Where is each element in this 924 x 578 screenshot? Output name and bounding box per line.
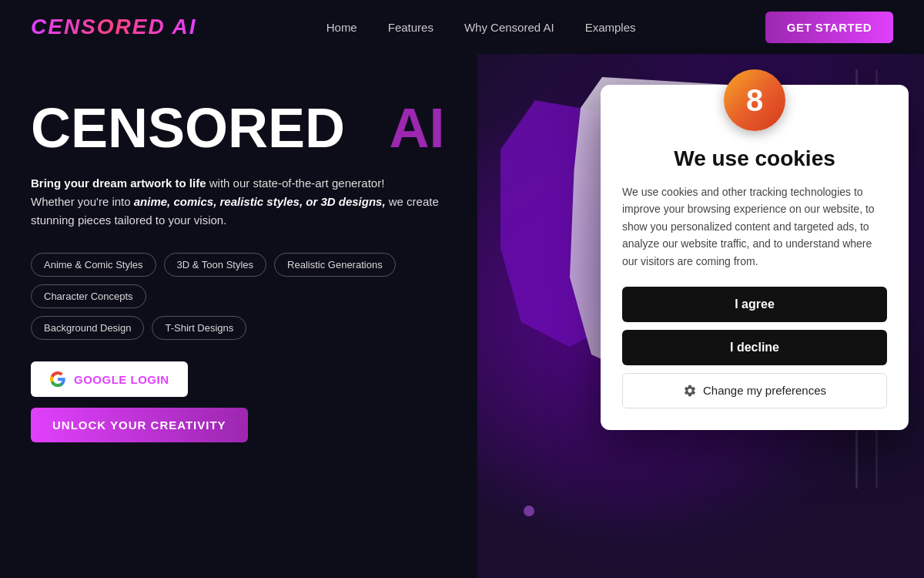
nav-links: Home Features Why Censored AI Examples: [326, 21, 636, 34]
google-icon: [49, 371, 66, 388]
tag-background[interactable]: Background Design: [31, 316, 144, 340]
tags-row-2: Background Design T-Shirt Designs: [31, 316, 447, 340]
nav-why[interactable]: Why Censored AI: [464, 21, 554, 34]
google-login-button[interactable]: GOOGLE LOGIN: [31, 361, 188, 397]
tag-3d[interactable]: 3D & Toon Styles: [164, 253, 266, 277]
hero-title-censored: CENSORED: [31, 97, 345, 159]
nav-features[interactable]: Features: [388, 21, 434, 34]
buttons-area: GOOGLE LOGIN UNLOCK YOUR CREATIVITY: [31, 361, 447, 442]
hero-subtitle: Bring your dream artwork to life with ou…: [31, 174, 447, 230]
tag-character[interactable]: Character Concepts: [31, 284, 146, 308]
navbar: CENSORED AI Home Features Why Censored A…: [0, 0, 924, 54]
cookie-preferences-button[interactable]: Change my preferences: [622, 373, 887, 408]
unlock-creativity-button[interactable]: UNLOCK YOUR CREATIVITY: [31, 408, 248, 442]
cookie-modal: 8 We use cookies We use cookies and othe…: [601, 85, 909, 430]
subtitle-bold: Bring your dream artwork to life: [31, 176, 206, 190]
cookie-title: We use cookies: [622, 146, 887, 171]
cookie-body: We use cookies and other tracking techno…: [622, 183, 887, 270]
subtitle-line2-bold: anime, comics, realistic styles, or 3D d…: [134, 195, 386, 208]
cookie-avatar: 8: [724, 69, 785, 131]
tag-tshirt[interactable]: T-Shirt Designs: [152, 316, 246, 340]
tags-row-1: Anime & Comic Styles 3D & Toon Styles Re…: [31, 253, 447, 308]
right-section: 8 We use cookies We use cookies and othe…: [477, 54, 924, 578]
tag-realistic[interactable]: Realistic Generations: [274, 253, 396, 277]
left-section: CENSORED AI Bring your dream artwork to …: [0, 54, 477, 578]
cookie-avatar-text: 8: [746, 83, 763, 118]
nav-home[interactable]: Home: [326, 21, 357, 34]
get-started-button[interactable]: GET STARTED: [765, 12, 893, 43]
subtitle-line2-plain: Whether you're into: [31, 195, 134, 208]
cookie-decline-button[interactable]: I decline: [622, 330, 887, 365]
google-login-label: GOOGLE LOGIN: [74, 373, 169, 386]
hero-title-ai: AI: [389, 97, 444, 159]
logo[interactable]: CENSORED AI: [31, 15, 196, 39]
cookie-preferences-label: Change my preferences: [703, 384, 826, 397]
tag-anime[interactable]: Anime & Comic Styles: [31, 253, 156, 277]
subtitle-regular: with our state-of-the-art generator!: [209, 176, 385, 190]
gear-icon: [683, 384, 697, 398]
hero-title: CENSORED AI: [31, 100, 447, 156]
main-content: CENSORED AI Bring your dream artwork to …: [0, 54, 924, 578]
nav-examples[interactable]: Examples: [585, 21, 636, 34]
cookie-agree-button[interactable]: I agree: [622, 287, 887, 322]
